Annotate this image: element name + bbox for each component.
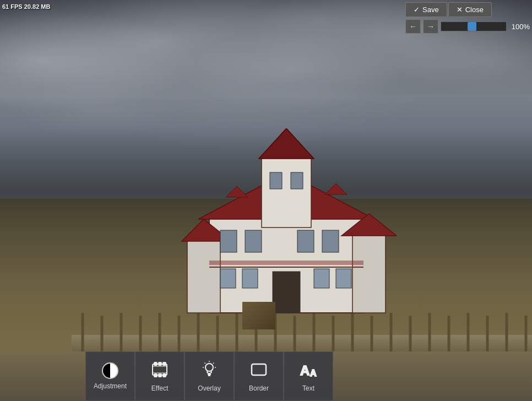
svg-rect-45 (209, 261, 363, 265)
svg-marker-31 (259, 128, 314, 159)
svg-rect-37 (322, 230, 339, 252)
svg-rect-30 (262, 156, 311, 227)
zoom-slider-container: 100% (441, 21, 530, 31)
zoom-slider[interactable] (441, 21, 507, 31)
svg-marker-32 (226, 186, 248, 197)
tool-effect[interactable]: Effect (135, 351, 184, 401)
svg-rect-63 (252, 364, 266, 375)
pier-posts (72, 313, 532, 351)
svg-rect-52 (154, 374, 157, 377)
text-icon: A A (300, 361, 317, 381)
tool-adjustment[interactable]: Adjustment (85, 351, 135, 401)
adjustment-label: Adjustment (94, 382, 127, 390)
nav-zoom-row: ← → 100% (403, 18, 532, 36)
building (176, 128, 397, 316)
svg-rect-39 (220, 269, 236, 288)
overlay-label: Overlay (198, 384, 220, 392)
svg-line-61 (205, 362, 206, 364)
close-label: Close (465, 6, 484, 14)
svg-rect-43 (270, 172, 282, 189)
next-button[interactable]: → (423, 19, 438, 34)
svg-point-55 (205, 364, 213, 371)
svg-rect-50 (159, 362, 161, 365)
close-button[interactable]: ✕ Close (448, 2, 492, 17)
svg-rect-44 (291, 172, 303, 189)
save-button[interactable]: ✓ Save (405, 2, 447, 17)
svg-text:A: A (300, 363, 310, 378)
svg-rect-54 (163, 374, 166, 377)
top-toolbar: ✓ Save ✕ Close ← → 100% (403, 0, 532, 36)
save-close-row: ✓ Save ✕ Close (403, 0, 532, 18)
x-icon: ✕ (457, 6, 463, 14)
svg-line-59 (213, 362, 214, 364)
svg-rect-51 (163, 362, 166, 365)
svg-text:A: A (310, 369, 317, 378)
svg-rect-35 (245, 230, 262, 252)
tool-overlay[interactable]: Overlay (184, 351, 234, 401)
tool-border[interactable]: Border (234, 351, 284, 401)
svg-rect-49 (154, 362, 157, 365)
prev-button[interactable]: ← (405, 19, 421, 34)
zoom-level: 100% (510, 23, 530, 31)
svg-rect-34 (220, 230, 237, 252)
overlay-icon (200, 361, 218, 381)
svg-rect-40 (242, 269, 258, 288)
fps-memory-info: 61 FPS 20.82 MB (2, 3, 50, 10)
svg-rect-42 (336, 269, 351, 288)
effect-label: Effect (151, 384, 168, 392)
svg-rect-41 (314, 269, 329, 288)
svg-rect-25 (187, 239, 220, 313)
svg-rect-53 (159, 374, 161, 377)
svg-rect-38 (273, 272, 300, 313)
canvas-area: 61 FPS 20.82 MB ✓ Save ✕ Close ← → 100% (0, 0, 532, 401)
pier-stairs (242, 302, 275, 329)
svg-rect-26 (352, 233, 386, 313)
tool-text[interactable]: A A Text (284, 351, 333, 401)
effect-icon (151, 361, 169, 381)
adjustment-icon (102, 362, 118, 379)
checkmark-icon: ✓ (414, 6, 420, 14)
border-label: Border (249, 384, 269, 392)
bottom-toolbar: Adjustment Effect (0, 351, 532, 401)
svg-rect-48 (153, 366, 167, 373)
svg-marker-33 (325, 183, 347, 194)
border-icon (250, 361, 268, 381)
svg-rect-36 (297, 230, 314, 252)
save-label: Save (422, 6, 439, 14)
text-label: Text (302, 384, 314, 392)
